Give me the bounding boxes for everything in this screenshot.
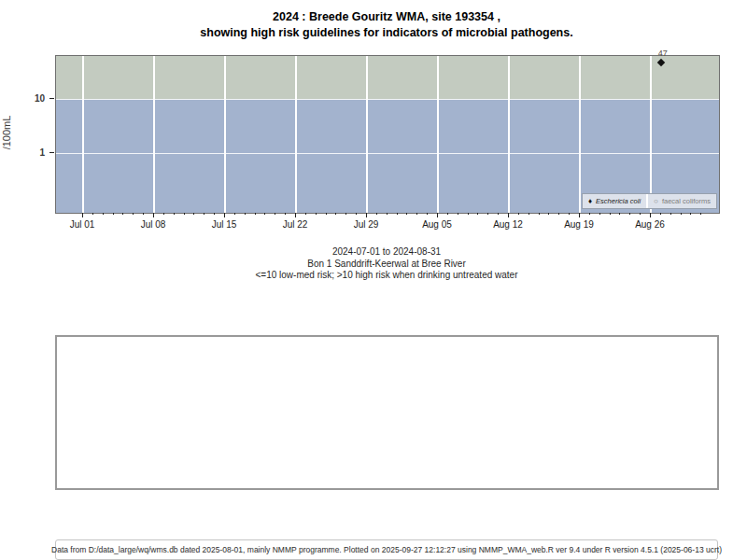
x-major-tick — [508, 213, 509, 217]
x-minor-tick — [326, 213, 327, 215]
x-minor-tick — [305, 213, 306, 215]
x-minor-tick — [264, 213, 265, 215]
y-axis-title: /100mL — [1, 72, 12, 193]
weekly-gridline — [153, 56, 155, 213]
caption-risk-note: <=10 low-med risk; >10 high risk when dr… — [55, 270, 718, 282]
x-minor-tick — [193, 213, 194, 215]
high-risk-band — [56, 56, 719, 99]
x-minor-tick — [660, 213, 661, 215]
x-tick-label: Jul 15 — [212, 219, 237, 230]
x-tick-label: Aug 26 — [635, 219, 665, 230]
x-minor-tick — [599, 213, 600, 215]
x-minor-tick — [619, 213, 620, 215]
weekly-gridline — [295, 56, 297, 213]
horizontal-gridline — [56, 99, 719, 100]
x-minor-tick — [113, 213, 114, 215]
x-tick-label: Jul 29 — [354, 219, 379, 230]
caption-block: 2024-07-01 to 2024-08-31 Bon 1 Sanddrift… — [55, 246, 718, 282]
x-tick-label: Aug 05 — [422, 219, 452, 230]
x-minor-tick — [275, 213, 275, 215]
x-minor-tick — [518, 213, 519, 215]
x-minor-tick — [214, 213, 215, 215]
x-minor-tick — [690, 213, 691, 215]
x-major-tick — [224, 213, 225, 217]
x-minor-tick — [487, 213, 488, 215]
x-minor-tick — [569, 213, 570, 215]
legend-entry-faecal: ○ faecal coliforms — [648, 194, 716, 208]
x-minor-tick — [589, 213, 590, 215]
x-minor-tick — [356, 213, 357, 215]
x-minor-tick — [163, 213, 164, 215]
x-major-tick — [579, 213, 580, 217]
x-tick-label: Jul 01 — [70, 219, 95, 230]
x-minor-tick — [458, 213, 458, 215]
weekly-gridline — [650, 56, 652, 213]
x-minor-tick — [376, 213, 377, 215]
x-tick-label: Aug 19 — [564, 219, 594, 230]
x-major-tick — [295, 213, 296, 217]
x-minor-tick — [345, 213, 346, 215]
x-minor-tick — [629, 213, 630, 215]
x-minor-tick — [234, 213, 235, 215]
plot-area: 47 ♦ Eschericia coli ○ faecal coliforms — [55, 55, 720, 214]
x-minor-tick — [681, 213, 682, 215]
chart-title-line1: 2024 : Breede Gouritz WMA, site 193354 , — [55, 9, 718, 25]
x-minor-tick — [397, 213, 398, 215]
x-minor-tick — [477, 213, 478, 215]
x-minor-tick — [529, 213, 529, 215]
legend-entry-ecoli: ♦ Eschericia coli — [583, 194, 646, 208]
x-major-tick — [437, 213, 438, 217]
weekly-gridline — [437, 56, 439, 213]
x-minor-tick — [285, 213, 286, 215]
y-tick-label: 1 — [0, 147, 45, 158]
x-minor-tick — [255, 213, 256, 215]
x-minor-tick — [498, 213, 499, 215]
x-minor-tick — [335, 213, 336, 215]
ecoli-point-label: 47 — [658, 49, 668, 58]
x-major-tick — [650, 213, 651, 217]
y-tick — [49, 152, 54, 153]
x-minor-tick — [92, 213, 93, 215]
weekly-gridline — [508, 56, 510, 213]
weekly-gridline — [366, 56, 368, 213]
x-minor-tick — [174, 213, 175, 215]
x-minor-tick — [548, 213, 549, 215]
x-minor-tick — [447, 213, 448, 215]
x-major-tick — [153, 213, 154, 217]
y-tick — [49, 98, 54, 99]
y-tick-label: 10 — [0, 93, 45, 104]
chart-title-line2: showing high risk guidelines for indicat… — [55, 25, 718, 41]
x-minor-tick — [700, 213, 701, 215]
x-minor-tick — [133, 213, 134, 215]
x-minor-tick — [103, 213, 104, 215]
empty-lower-panel — [55, 335, 719, 490]
caption-date-range: 2024-07-01 to 2024-08-31 — [55, 246, 718, 259]
weekly-gridline — [82, 56, 84, 213]
weekly-gridline — [224, 56, 226, 213]
x-minor-tick — [316, 213, 317, 215]
chart-title: 2024 : Breede Gouritz WMA, site 193354 ,… — [55, 9, 718, 41]
x-major-tick — [366, 213, 367, 217]
x-major-tick — [82, 213, 83, 217]
x-minor-tick — [539, 213, 540, 215]
filled-diamond-icon: ♦ — [588, 197, 592, 205]
weekly-gridline — [579, 56, 581, 213]
x-tick-label: Aug 12 — [493, 219, 523, 230]
x-minor-tick — [184, 213, 185, 215]
x-minor-tick — [387, 213, 388, 215]
open-circle-icon: ○ — [654, 197, 658, 205]
x-minor-tick — [640, 213, 641, 215]
horizontal-gridline — [56, 153, 719, 154]
x-minor-tick — [122, 213, 123, 215]
legend: ♦ Eschericia coli ○ faecal coliforms — [582, 193, 717, 209]
x-minor-tick — [204, 213, 204, 215]
plot-page: 2024 : Breede Gouritz WMA, site 193354 ,… — [0, 0, 747, 560]
x-minor-tick — [143, 213, 144, 215]
x-minor-tick — [416, 213, 417, 215]
caption-site-name: Bon 1 Sanddrift-Keerwal at Bree River — [55, 259, 718, 271]
x-minor-tick — [427, 213, 428, 215]
footer-provenance-text: Data from D:/data_large/wq/wms.db dated … — [51, 545, 722, 554]
x-minor-tick — [610, 213, 611, 215]
x-minor-tick — [670, 213, 671, 215]
legend-label-ecoli: Eschericia coli — [596, 197, 641, 205]
